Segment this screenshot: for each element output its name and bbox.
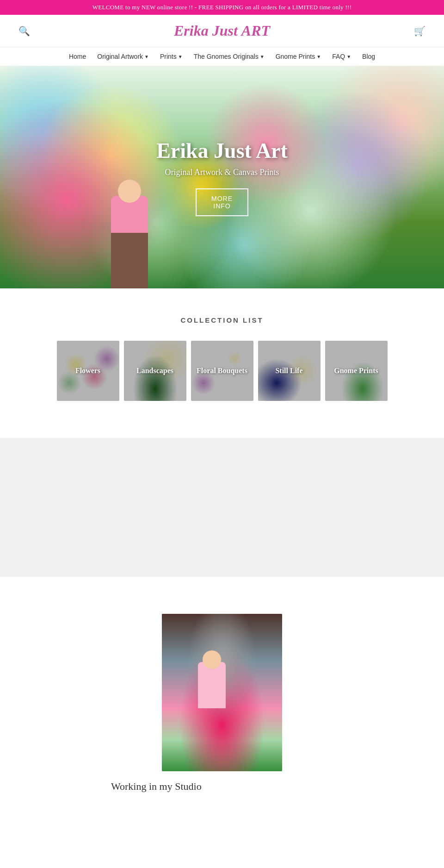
logo-accent-text: ART — [241, 22, 270, 39]
collection-item-floral-bouquets[interactable]: Floral Bouquets — [191, 341, 253, 401]
studio-image — [162, 614, 282, 771]
studio-person-figure — [198, 662, 226, 708]
hero-subtitle: Original Artwork & Canvas Prints — [156, 168, 288, 177]
collection-label-floral-bouquets: Floral Bouquets — [197, 366, 247, 376]
nav-gnome-prints[interactable]: Gnome Prints ▼ — [276, 53, 321, 60]
collection-item-gnome-prints[interactable]: Gnome Prints — [325, 341, 388, 401]
collection-label-gnome-prints: Gnome Prints — [334, 366, 378, 376]
collection-label-flowers: Flowers — [75, 366, 100, 376]
hero-section: Erika Just Art Original Artwork & Canvas… — [0, 66, 444, 288]
hero-person-figure — [111, 196, 148, 288]
chevron-down-icon: ▼ — [260, 54, 265, 59]
logo-black-text: Erika Just — [174, 22, 238, 39]
collection-item-flowers[interactable]: Flowers — [57, 341, 119, 401]
collection-overlay-flowers: Flowers — [57, 341, 119, 401]
cart-icon: 🛒 — [414, 26, 426, 36]
nav-blog[interactable]: Blog — [362, 53, 375, 60]
chevron-down-icon: ▼ — [178, 54, 183, 59]
hero-btn-line1: MORE — [211, 195, 233, 202]
collection-item-landscapes[interactable]: Landscapes — [124, 341, 186, 401]
collection-label-landscapes: Landscapes — [136, 366, 173, 376]
gray-section — [0, 438, 444, 577]
search-icon: 🔍 — [18, 26, 30, 36]
nav-prints[interactable]: Prints ▼ — [160, 53, 183, 60]
studio-caption: Working in my Studio — [111, 781, 202, 793]
chevron-down-icon: ▼ — [346, 54, 351, 59]
site-logo[interactable]: Erika Just ART — [174, 22, 270, 39]
collection-overlay-landscapes: Landscapes — [124, 341, 186, 401]
hero-content: Erika Just Art Original Artwork & Canvas… — [156, 138, 288, 216]
nav-gnomes-originals[interactable]: The Gnomes Originals ▼ — [194, 53, 265, 60]
collection-overlay-floral-bouquets: Floral Bouquets — [191, 341, 253, 401]
nav-home[interactable]: Home — [69, 53, 86, 60]
hero-btn-line2: INFO — [213, 202, 230, 210]
hero-title: Erika Just Art — [156, 138, 288, 163]
announcement-bar: WELCOME to my NEW online store !! - FREE… — [0, 0, 444, 15]
main-nav: Home Original Artwork ▼ Prints ▼ The Gno… — [0, 47, 444, 66]
search-button[interactable]: 🔍 — [18, 25, 30, 37]
chevron-down-icon: ▼ — [316, 54, 321, 59]
collection-section: COLLECTION LIST Flowers Landscapes Flora… — [0, 288, 444, 419]
collection-grid: Flowers Landscapes Floral Bouquets Still… — [18, 341, 426, 401]
collection-section-title: COLLECTION LIST — [18, 316, 426, 324]
cart-button[interactable]: 🛒 — [414, 25, 426, 37]
nav-faq[interactable]: FAQ ▼ — [332, 53, 351, 60]
announcement-text: WELCOME to my NEW online store !! - FREE… — [92, 4, 352, 11]
collection-label-still-life: Still Life — [275, 366, 302, 376]
studio-section: Working in my Studio — [0, 595, 444, 820]
chevron-down-icon: ▼ — [144, 54, 149, 59]
nav-original-artwork[interactable]: Original Artwork ▼ — [97, 53, 149, 60]
hero-more-info-button[interactable]: MORE INFO — [196, 188, 248, 216]
collection-item-still-life[interactable]: Still Life — [258, 341, 321, 401]
collection-overlay-still-life: Still Life — [258, 341, 321, 401]
collection-overlay-gnome-prints: Gnome Prints — [325, 341, 388, 401]
header: 🔍 Erika Just ART 🛒 — [0, 15, 444, 47]
